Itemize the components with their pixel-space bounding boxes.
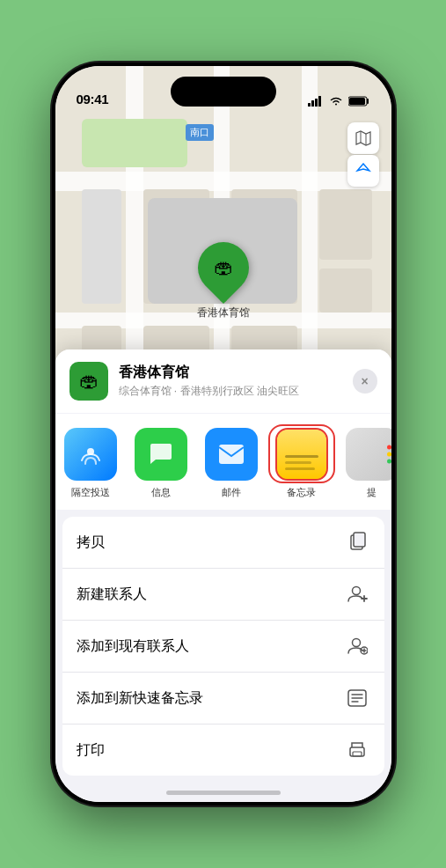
location-arrow-icon [355,163,371,179]
action-new-contact[interactable]: 新建联系人 [62,569,384,621]
mail-label: 邮件 [222,486,241,499]
note-icon [344,685,370,711]
action-quick-note-label: 添加到新快速备忘录 [77,689,203,708]
home-indicator [166,791,281,795]
mail-icon-wrap [205,428,258,481]
marker-pin: 🏟 [186,232,259,304]
map-type-button[interactable] [347,122,379,154]
svg-point-10 [352,587,360,595]
print-icon [344,737,370,763]
svg-rect-2 [315,99,318,107]
stadium-icon: 🏟 [214,256,233,279]
action-new-contact-label: 新建联系人 [77,585,147,604]
share-item-messages[interactable]: 信息 [126,428,196,499]
share-item-mail[interactable]: 邮件 [196,428,267,499]
action-quick-note[interactable]: 添加到新快速备忘录 [62,673,384,725]
location-info: 香港体育馆 综合体育馆 · 香港特别行政区 油尖旺区 [119,364,342,399]
location-header: 🏟 香港体育馆 综合体育馆 · 香港特别行政区 油尖旺区 × [55,349,391,413]
phone-frame: 09:41 [52,63,395,805]
action-list: 拷贝 新建联系人 [62,517,384,776]
share-row: 隔空投送 信息 [55,414,391,510]
map-icon [355,129,372,147]
airdrop-label: 隔空投送 [71,486,110,499]
dynamic-island [171,77,276,107]
action-print-label: 打印 [77,741,105,760]
share-item-more[interactable]: 提 [337,428,391,499]
location-app-icon: 🏟 [69,362,108,401]
action-print[interactable]: 打印 [62,725,384,776]
notes-label: 备忘录 [287,486,316,499]
airdrop-icon [77,441,104,467]
person-add-icon [344,581,370,607]
status-icons [308,96,370,107]
more-label: 提 [367,486,377,499]
wifi-icon [329,96,343,107]
svg-point-11 [352,639,360,647]
marker-label: 香港体育馆 [197,305,250,320]
svg-rect-1 [311,100,314,107]
action-copy[interactable]: 拷贝 [62,517,384,569]
notes-icon-wrap [275,428,328,481]
mail-icon [217,443,245,466]
location-subtitle: 综合体育馆 · 香港特别行政区 油尖旺区 [119,384,342,399]
stadium-marker[interactable]: 🏟 香港体育馆 [197,242,250,320]
svg-rect-3 [318,96,321,107]
more-icon-wrap [346,428,391,481]
phone-screen: 09:41 [55,66,391,802]
copy-icon [344,529,370,555]
status-time: 09:41 [77,92,109,107]
messages-icon-wrap [135,428,187,481]
signal-icon [308,96,324,107]
share-row-container: 隔空投送 信息 [55,414,391,510]
svg-rect-7 [219,445,244,464]
messages-icon [147,440,175,468]
battery-icon [348,96,370,107]
action-add-existing-label: 添加到现有联系人 [77,637,189,656]
more-dots-icons [387,445,391,464]
svg-rect-9 [354,533,365,547]
action-copy-label: 拷贝 [77,533,105,552]
svg-rect-5 [349,98,365,105]
location-name: 香港体育馆 [119,364,342,382]
close-button[interactable]: × [353,369,377,394]
messages-label: 信息 [151,486,171,499]
svg-rect-0 [308,103,311,107]
map-south-label: 南口 [186,124,214,141]
airdrop-icon-wrap [64,428,117,481]
share-item-notes[interactable]: 备忘录 [267,428,337,499]
map-controls [347,122,379,187]
bottom-sheet: 🏟 香港体育馆 综合体育馆 · 香港特别行政区 油尖旺区 × [55,349,391,802]
person-existing-icon [344,633,370,659]
action-add-existing[interactable]: 添加到现有联系人 [62,621,384,673]
location-button[interactable] [347,155,379,187]
share-item-airdrop[interactable]: 隔空投送 [55,428,126,499]
